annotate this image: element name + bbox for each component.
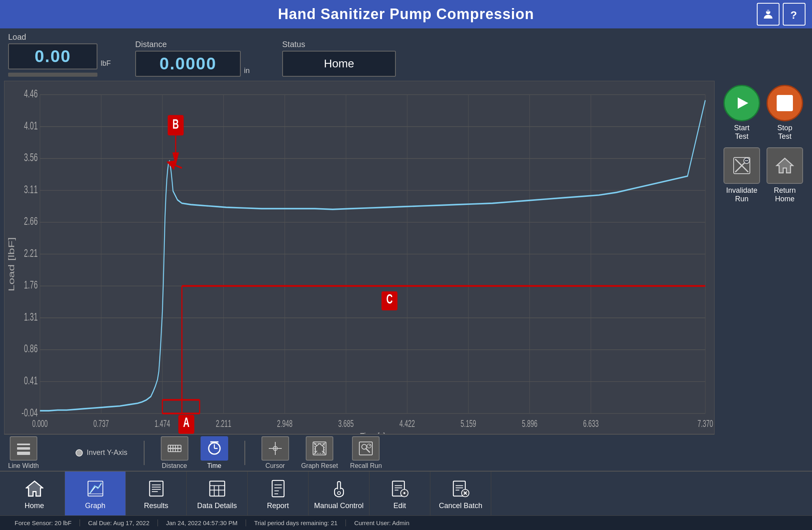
help-icon-button[interactable]: ?: [783, 3, 806, 26]
home-icon: [26, 480, 43, 498]
time-item[interactable]: Time: [201, 436, 228, 470]
svg-rect-3: [4, 81, 714, 434]
cancel-batch-icon: [452, 480, 470, 498]
svg-text:7.370: 7.370: [698, 418, 713, 429]
middle-section: Load 0.00 lbF Distance 0.0000 in: [0, 28, 812, 471]
stop-icon: [777, 95, 793, 111]
distance-label: Distance: [162, 462, 187, 470]
cal-due-status: Cal Due: Aug 17, 2022: [80, 519, 158, 526]
cursor-item[interactable]: Cursor: [261, 436, 289, 470]
line-width-label: Line Width: [8, 462, 39, 470]
data-details-nav-icon: [206, 477, 229, 500]
report-icon: [269, 480, 287, 498]
start-test-button[interactable]: [723, 85, 760, 121]
nav-item-data-details[interactable]: Data Details: [187, 472, 248, 515]
svg-text:-0.04: -0.04: [22, 407, 38, 419]
help-icon: ?: [788, 8, 801, 21]
load-display: 0.00: [8, 43, 97, 69]
load-label: Load: [8, 32, 111, 42]
svg-text:5.896: 5.896: [522, 418, 537, 429]
return-home-button[interactable]: [767, 147, 803, 184]
svg-text:1.474: 1.474: [155, 418, 170, 429]
svg-text:C: C: [386, 291, 393, 306]
recall-run-icon: [358, 440, 374, 457]
invert-y-axis-label: Invert Y-Axis: [87, 448, 127, 457]
line-width-icon: [15, 440, 32, 457]
graph-svg: Load [lbF]: [4, 81, 714, 434]
distance-item[interactable]: Distance: [161, 436, 188, 470]
toolbar-separator-2: [244, 441, 245, 465]
invalidate-run-item: InvalidateRun: [723, 147, 760, 203]
nav-item-manual-control[interactable]: Manual Control: [309, 472, 369, 515]
nav-label-manual-control: Manual Control: [314, 502, 363, 510]
nav-label-edit: Edit: [393, 502, 406, 510]
nav-item-cancel-batch[interactable]: Cancel Batch: [430, 472, 491, 515]
status-bar: Force Sensor: 20 lbF Cal Due: Aug 17, 20…: [0, 515, 812, 530]
force-sensor-status: Force Sensor: 20 lbF: [6, 519, 80, 526]
svg-marker-96: [26, 481, 42, 496]
svg-text:2.66: 2.66: [24, 215, 38, 228]
nav-label-results: Results: [144, 502, 168, 510]
nav-bar: Home Graph: [0, 471, 812, 515]
svg-text:0.000: 0.000: [32, 418, 48, 429]
nav-label-home: Home: [24, 502, 44, 510]
svg-rect-63: [17, 444, 30, 445]
user-icon: [762, 8, 775, 21]
invert-y-axis-toggle[interactable]: [76, 449, 83, 457]
nav-item-home[interactable]: Home: [4, 472, 65, 515]
nav-label-data-details: Data Details: [197, 502, 237, 510]
stop-test-button[interactable]: [767, 85, 803, 121]
distance-meter-group: Distance 0.0000 in: [135, 40, 250, 77]
return-home-label: ReturnHome: [774, 186, 796, 203]
svg-point-0: [766, 10, 771, 14]
graph-reset-icon: [311, 440, 328, 457]
svg-rect-64: [17, 447, 30, 450]
load-unit: lbF: [101, 59, 111, 68]
home-nav-icon: [23, 477, 46, 500]
graph-reset-item[interactable]: Graph Reset: [301, 436, 338, 470]
svg-text:B: B: [173, 116, 179, 131]
graph-nav-icon: [84, 477, 107, 500]
svg-text:0.86: 0.86: [24, 343, 38, 355]
line-width-item[interactable]: Line Width: [8, 436, 39, 470]
distance-value: 0.0000: [160, 54, 216, 73]
load-meter-group: Load 0.00 lbF: [8, 32, 111, 77]
load-progress-bar: [8, 73, 97, 77]
user-icon-button[interactable]: [757, 3, 780, 26]
nav-item-report[interactable]: Report: [248, 472, 309, 515]
edit-icon: [391, 480, 409, 498]
header-icons: ?: [757, 3, 806, 26]
header: Hand Sanitizer Pump Compression ?: [0, 0, 812, 28]
time-icon-box: [201, 436, 228, 461]
nav-item-results[interactable]: Results: [126, 472, 187, 515]
results-icon: [147, 480, 165, 498]
time-icon: [206, 440, 222, 457]
load-with-unit: 0.00 lbF: [8, 43, 111, 69]
svg-text:6.633: 6.633: [583, 418, 598, 429]
nav-item-edit[interactable]: Edit: [369, 472, 430, 515]
svg-rect-110: [272, 480, 284, 496]
status-display: Home: [282, 51, 396, 77]
recall-run-label: Recall Run: [350, 462, 382, 470]
recall-run-item[interactable]: Recall Run: [350, 436, 382, 470]
distance-display: 0.0000: [135, 51, 241, 77]
cancel-batch-nav-icon: [449, 477, 472, 500]
invert-y-axis-row: Invert Y-Axis: [76, 448, 127, 457]
line-width-icon-box: [10, 436, 37, 461]
play-icon: [734, 95, 750, 111]
svg-text:3.685: 3.685: [338, 418, 354, 429]
svg-text:1.76: 1.76: [24, 279, 38, 291]
content-area: Load [lbF]: [0, 81, 812, 471]
svg-text:?: ?: [790, 9, 797, 21]
meters-row: Load 0.00 lbF Distance 0.0000 in: [0, 28, 812, 81]
svg-text:Time [s]: Time [s]: [360, 431, 385, 434]
cursor-label: Cursor: [266, 462, 285, 470]
nav-label-cancel-batch: Cancel Batch: [439, 502, 482, 510]
invalidate-run-button[interactable]: [723, 147, 760, 184]
svg-text:1.31: 1.31: [24, 311, 38, 323]
distance-icon-box: [161, 436, 188, 461]
nav-item-graph[interactable]: Graph: [65, 472, 126, 515]
start-stop-row: StartTest StopTest: [723, 85, 803, 141]
page-wrapper: Hand Sanitizer Pump Compression ? Load: [0, 0, 812, 530]
nav-label-report: Report: [267, 502, 289, 510]
